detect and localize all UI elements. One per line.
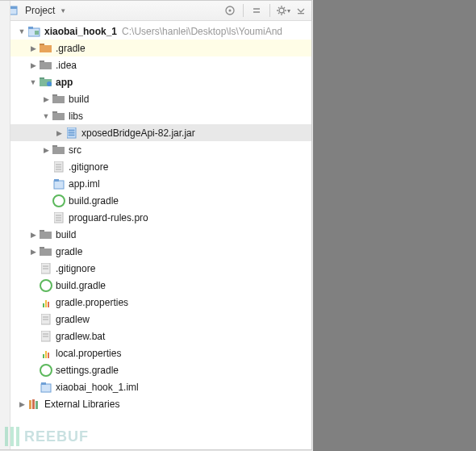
chevron-down-icon: ▾: [287, 7, 290, 15]
svg-rect-29: [69, 130, 74, 131]
expand-arrow-icon[interactable]: ▶: [28, 61, 38, 70]
svg-rect-38: [54, 181, 64, 189]
tree-node[interactable]: ▶ proguard-rules.pro: [10, 209, 311, 226]
svg-line-9: [278, 7, 279, 8]
toolbar: Project ▼ ▾: [1, 1, 311, 21]
folder-icon: [52, 144, 65, 157]
iml-file-icon: [40, 381, 52, 394]
tree-node[interactable]: ▶ gradle: [10, 243, 311, 260]
svg-rect-61: [35, 401, 38, 409]
svg-point-4: [279, 8, 284, 13]
expand-arrow-icon[interactable]: ▶: [28, 230, 38, 240]
file-icon: [40, 330, 52, 343]
tree-node[interactable]: ▶ build.gradle: [10, 277, 311, 294]
svg-rect-25: [52, 96, 65, 103]
svg-rect-33: [52, 147, 65, 154]
svg-rect-45: [40, 232, 52, 239]
expand-arrow-icon[interactable]: ▶: [54, 128, 64, 138]
svg-line-10: [284, 13, 285, 14]
node-label: .idea: [56, 60, 77, 71]
tree-node[interactable]: ▶ gradlew: [10, 311, 311, 328]
expand-arrow-icon[interactable]: ▼: [17, 27, 27, 36]
tree-node-external-libraries[interactable]: ▶ External Libraries: [10, 395, 311, 412]
svg-rect-58: [41, 382, 46, 385]
node-label: build.gradle: [56, 280, 106, 291]
tree-node[interactable]: ▼ app: [10, 73, 311, 90]
node-label: gradle: [56, 246, 82, 257]
tree-node-selected[interactable]: ▶ xposedBridgeApi-82.jar.jar: [10, 124, 311, 141]
folder-icon: [40, 228, 52, 241]
expand-arrow-icon[interactable]: ▼: [41, 111, 51, 121]
tree-node[interactable]: ▶ gradlew.bat: [10, 328, 311, 345]
expand-arrow-icon[interactable]: ▶: [28, 44, 38, 53]
file-icon: [40, 313, 52, 326]
expand-arrow-icon[interactable]: ▶: [17, 399, 27, 409]
tree-node[interactable]: ▶ build.gradle: [10, 192, 311, 209]
svg-point-23: [47, 81, 52, 86]
tree-node[interactable]: ▶ xiaobai_hook_1.iml: [10, 378, 311, 395]
folder-icon: [52, 93, 65, 106]
scroll-from-source-button[interactable]: [223, 3, 237, 18]
svg-rect-15: [28, 27, 33, 29]
tree-node[interactable]: ▶ .gradle: [10, 40, 311, 56]
project-tool-window: Project ▼ ▾ ▼ xiaobai_hook_1 C:\Users\ha…: [0, 0, 312, 450]
node-label: settings.gradle: [56, 365, 119, 376]
node-label: build.gradle: [69, 195, 119, 207]
svg-point-3: [229, 10, 232, 12]
external-libraries-icon: [28, 398, 41, 411]
node-label: gradlew: [56, 314, 90, 325]
file-icon: [52, 211, 65, 224]
svg-line-12: [284, 7, 285, 8]
node-label: .gitignore: [56, 263, 95, 274]
tree-node-root[interactable]: ▼ xiaobai_hook_1 C:\Users\hanlei\Desktop…: [10, 23, 311, 40]
properties-file-icon: [40, 296, 52, 309]
tree-node[interactable]: ▼ libs: [10, 107, 311, 124]
svg-line-11: [278, 13, 279, 14]
chevron-down-icon[interactable]: ▼: [60, 7, 66, 15]
tree-node[interactable]: ▶ build: [10, 226, 311, 243]
tree-node[interactable]: ▶ local.properties: [10, 345, 311, 361]
svg-rect-47: [40, 248, 52, 256]
tree-node[interactable]: ▶ .gitignore: [10, 260, 311, 277]
root-name: xiaobai_hook_1: [44, 26, 117, 37]
left-gutter[interactable]: [0, 1, 10, 449]
module-icon: [28, 25, 41, 38]
gradle-file-icon: [52, 194, 65, 207]
project-tree[interactable]: ▼ xiaobai_hook_1 C:\Users\hanlei\Desktop…: [1, 21, 311, 412]
node-label: local.properties: [56, 348, 121, 359]
tree-node[interactable]: ▶ build: [10, 90, 311, 107]
svg-rect-31: [69, 135, 74, 136]
file-icon: [40, 262, 52, 275]
svg-rect-16: [35, 31, 39, 35]
node-label: xposedBridgeApi-82.jar.jar: [81, 127, 195, 139]
node-label: External Libraries: [44, 399, 119, 410]
node-label: build: [56, 229, 76, 240]
root-path: C:\Users\hanlei\Desktop\ls\YoumiAnd: [122, 26, 282, 37]
file-icon: [52, 161, 65, 173]
node-label: proguard-rules.pro: [69, 212, 148, 223]
expand-arrow-icon[interactable]: ▼: [28, 77, 38, 87]
node-label: gradle.properties: [56, 297, 128, 308]
tree-node[interactable]: ▶ gradle.properties: [10, 294, 311, 311]
hide-button[interactable]: [294, 3, 308, 18]
view-title[interactable]: Project: [25, 5, 55, 16]
node-label: .gitignore: [69, 161, 108, 173]
settings-button[interactable]: ▾: [276, 3, 290, 18]
folder-icon: [40, 42, 52, 55]
tree-node[interactable]: ▶ src: [10, 141, 311, 158]
folder-icon: [52, 110, 65, 123]
separator: [269, 4, 270, 17]
jar-file-icon: [65, 127, 78, 140]
gradle-file-icon: [40, 364, 52, 377]
tree-node[interactable]: ▶ app.iml: [10, 175, 311, 192]
expand-arrow-icon[interactable]: ▶: [41, 145, 51, 155]
svg-rect-13: [298, 13, 304, 14]
expand-arrow-icon[interactable]: ▶: [28, 247, 38, 257]
folder-icon: [40, 59, 52, 72]
tree-node[interactable]: ▶ .idea: [10, 56, 311, 73]
collapse-all-button[interactable]: [249, 3, 264, 18]
node-label: app: [56, 77, 73, 88]
tree-node[interactable]: ▶ .gitignore: [10, 158, 311, 175]
tree-node[interactable]: ▶ settings.gradle: [10, 361, 311, 378]
expand-arrow-icon[interactable]: ▶: [41, 94, 51, 104]
